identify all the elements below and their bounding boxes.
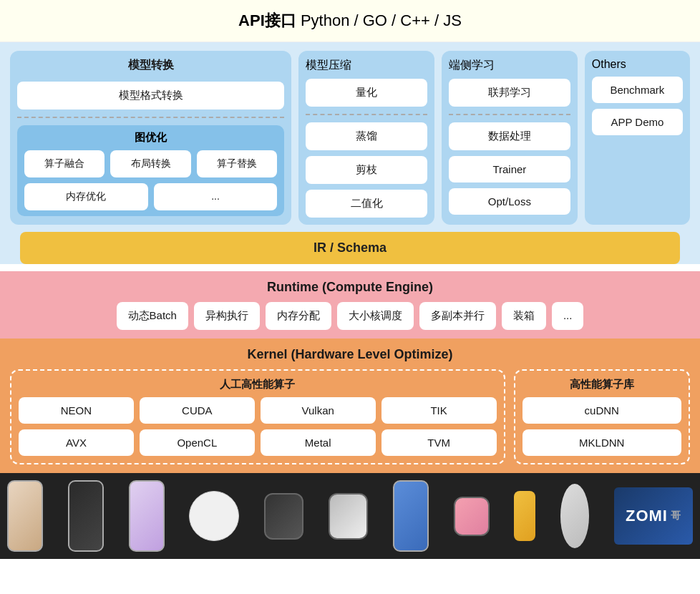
kernel-chip-tik: TIK: [381, 397, 497, 424]
compress-item-0: 量化: [306, 79, 427, 107]
device-phone-3: [129, 477, 165, 555]
ir-schema-bar: IR / Schema: [20, 232, 680, 264]
watch-silver: [329, 493, 368, 540]
phone-blue: [393, 480, 429, 552]
kernel-chip-neon: NEON: [19, 397, 134, 424]
model-compress-title: 模型压缩: [306, 58, 427, 73]
blue-section: 模型转换 模型格式转换 图优化 算子融合 布局转换 算子替换 内存优化 ... …: [0, 42, 700, 264]
compress-item-3: 二值化: [306, 190, 427, 218]
edge-item-1: 数据处理: [449, 122, 570, 150]
graph-item-0: 算子融合: [24, 150, 104, 177]
graph-item-1: 布局转换: [110, 150, 190, 177]
kernel-grid: NEON CUDA Vulkan TIK AVX OpenCL Metal TV…: [19, 397, 497, 456]
model-conversion-block: 模型转换 模型格式转换 图优化 算子融合 布局转换 算子替换 内存优化 ...: [10, 51, 291, 225]
kernel-left-block: 人工高性能算子 NEON CUDA Vulkan TIK AVX OpenCL …: [10, 369, 505, 464]
device-speaker: [560, 477, 589, 555]
tv: ZOMI哥: [614, 487, 693, 545]
graph-opt-title: 图优化: [24, 131, 277, 145]
device-watch-2: [329, 477, 368, 555]
edge-item-3: Opt/Loss: [449, 188, 570, 215]
watch-black: [264, 493, 303, 540]
others-item-1: APP Demo: [592, 109, 683, 135]
model-conversion-title: 模型转换: [17, 58, 284, 73]
device-phone-2: [68, 477, 104, 555]
device-tv: ZOMI哥: [614, 477, 693, 555]
graph-opt-row2: 内存优化 ...: [24, 183, 277, 210]
phone-dark: [68, 480, 104, 552]
kernel-inner: 人工高性能算子 NEON CUDA Vulkan TIK AVX OpenCL …: [10, 369, 690, 464]
runtime-chip-0: 动态Batch: [117, 302, 188, 330]
kernel-right-block: 高性能算子库 cuDNN MKLDNN: [514, 369, 691, 464]
device-earbuds: [189, 477, 239, 555]
runtime-chip-4: 多副本并行: [419, 302, 496, 330]
kernel-title: Kernel (Hardware Level Optimize): [10, 347, 690, 362]
runtime-section: Runtime (Compute Engine) 动态Batch 异构执行 内存…: [0, 271, 700, 339]
runtime-chip-3: 大小核调度: [337, 302, 414, 330]
phone-gold: [7, 480, 43, 552]
kernel-chip-metal: Metal: [261, 429, 376, 456]
device-strip: ZOMI哥: [0, 473, 700, 559]
device-phone-1: [7, 477, 43, 555]
model-compress-block: 模型压缩 量化 蒸馏 剪枝 二值化: [298, 51, 434, 225]
others-block: Others Benchmark APP Demo: [585, 51, 690, 225]
runtime-chip-1: 异构执行: [194, 302, 260, 330]
compress-item-1: 蒸馏: [306, 122, 427, 150]
edge-item-0: 联邦学习: [449, 79, 570, 107]
api-subtitle: Python / GO / C++ / JS: [296, 11, 462, 29]
device-phone-4: [393, 477, 429, 555]
kernel-right-grid: cuDNN MKLDNN: [522, 397, 682, 456]
edge-item-2: Trainer: [449, 156, 570, 182]
device-watch-3: [454, 477, 490, 555]
api-title: API接口: [238, 11, 296, 29]
runtime-chip-5: 装箱: [502, 302, 546, 330]
model-format-card: 模型格式转换: [17, 82, 284, 109]
graph-item-4: ...: [154, 183, 278, 210]
kernel-chip-cuda: CUDA: [140, 397, 255, 424]
kernel-chip-cudnn: cuDNN: [522, 397, 682, 424]
edge-learning-block: 端侧学习 联邦学习 数据处理 Trainer Opt/Loss: [442, 51, 578, 225]
kernel-chip-opencl: OpenCL: [140, 429, 255, 456]
api-bar: API接口 Python / GO / C++ / JS: [0, 0, 700, 42]
graph-opt-row1: 算子融合 布局转换 算子替换: [24, 150, 277, 177]
kernel-chip-vulkan: Vulkan: [261, 397, 376, 424]
phone-light: [129, 480, 165, 552]
speaker: [560, 484, 589, 548]
runtime-chip-6: ...: [552, 302, 584, 330]
watch-pink: [454, 497, 490, 536]
zomi-sub: 哥: [671, 510, 681, 522]
others-title: Others: [592, 58, 683, 71]
others-item-0: Benchmark: [592, 77, 683, 103]
device-band: [514, 477, 535, 555]
graph-opt-block: 图优化 算子融合 布局转换 算子替换 内存优化 ...: [17, 125, 284, 216]
kernel-chip-avx: AVX: [19, 429, 134, 456]
kernel-chip-tvm: TVM: [381, 429, 497, 456]
zomi-logo: ZOMI: [626, 507, 668, 525]
kernel-section: Kernel (Hardware Level Optimize) 人工高性能算子…: [0, 339, 700, 473]
earbuds-case: [189, 491, 239, 541]
kernel-right-title: 高性能算子库: [522, 378, 682, 391]
blue-top-grid: 模型转换 模型格式转换 图优化 算子融合 布局转换 算子替换 内存优化 ... …: [10, 51, 690, 225]
kernel-chip-mkldnn: MKLDNN: [522, 429, 682, 456]
device-watch-1: [264, 477, 303, 555]
kernel-left-title: 人工高性能算子: [19, 378, 497, 391]
graph-item-2: 算子替换: [197, 150, 277, 177]
edge-learning-title: 端侧学习: [449, 58, 570, 73]
runtime-chip-2: 内存分配: [266, 302, 331, 330]
graph-item-3: 内存优化: [24, 183, 148, 210]
band-yellow: [514, 491, 535, 541]
runtime-title: Runtime (Compute Engine): [10, 280, 690, 295]
compress-item-2: 剪枝: [306, 156, 427, 184]
runtime-chips: 动态Batch 异构执行 内存分配 大小核调度 多副本并行 装箱 ...: [10, 302, 690, 330]
